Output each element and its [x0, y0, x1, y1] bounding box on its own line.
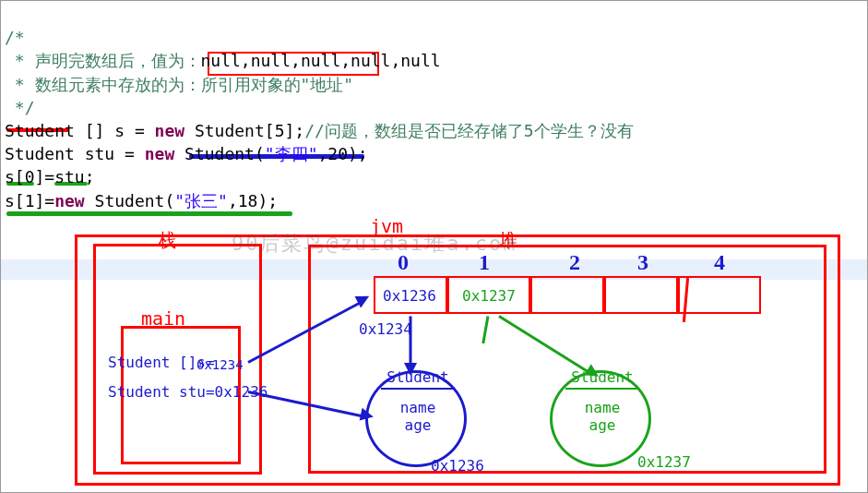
- stack-var-s-addr: 0x1234: [196, 357, 244, 372]
- array-cell-2: [530, 276, 604, 314]
- array-address: 0x1234: [359, 320, 412, 338]
- code-type: Student: [5, 144, 75, 163]
- code-text: ];: [284, 121, 304, 140]
- watermark: 90后菜鸟@zuidai堆a.com: [232, 230, 517, 258]
- code-str: "张三": [174, 191, 228, 210]
- stack-label: 栈: [158, 228, 176, 253]
- array-cell-4: [678, 276, 761, 314]
- code-text: ,18);: [228, 191, 278, 210]
- array-val-0: 0x1236: [383, 287, 436, 305]
- array-cell-3: [604, 276, 678, 314]
- code-num: 5: [275, 121, 285, 140]
- student1-addr: 0x1236: [431, 457, 484, 475]
- code-text: ,20);: [317, 144, 367, 163]
- array-val-1: 0x1237: [462, 287, 516, 305]
- main-label: main: [141, 307, 185, 330]
- code-kw: new: [54, 191, 85, 210]
- student1-type: Student: [381, 368, 455, 390]
- code-kw: new: [155, 121, 185, 140]
- code-text: Student(: [85, 191, 175, 210]
- code-text: null,null,null,null,null: [201, 51, 441, 70]
- code-text: s[1]=: [5, 191, 54, 210]
- code-comment: //问题，数组是否已经存储了5个学生？没有: [304, 121, 634, 140]
- code-text: 所引用对象的"地址": [201, 75, 354, 94]
- student1-label: Student name age: [381, 368, 455, 435]
- code-text: =: [125, 144, 145, 163]
- student2-addr: 0x1237: [637, 453, 691, 471]
- student2-label: Student name age: [565, 368, 639, 435]
- code-kw: new: [145, 144, 175, 163]
- code-var: s: [114, 121, 125, 140]
- code-str: "李四": [265, 144, 318, 163]
- student1-name: name: [381, 399, 455, 416]
- code-var: stu: [75, 144, 125, 163]
- array-index-4: 4: [714, 250, 725, 275]
- code-text: Student(: [174, 144, 265, 163]
- array-index-3: 3: [637, 250, 648, 275]
- code-text: =: [125, 121, 155, 140]
- code-line: */: [5, 98, 35, 117]
- code-line: * 声明完数组后，值为：: [5, 51, 201, 70]
- code-text: Student[: [184, 121, 275, 140]
- code-line: /*: [5, 28, 25, 47]
- student1-age: age: [381, 416, 455, 434]
- code-line: * 数组元素中存放的为：: [5, 75, 201, 94]
- student2-type: Student: [565, 368, 639, 390]
- code-type: Student: [5, 121, 75, 140]
- stack-var-stu: Student stu=0x1236: [108, 383, 268, 401]
- code-block: /* * 声明完数组后，值为：null,null,null,null,null …: [1, 1, 867, 214]
- code-text: []: [75, 121, 114, 140]
- array-index-2: 2: [569, 250, 580, 275]
- code-line: s[0]=stu;: [5, 167, 95, 186]
- arrow-stu-to-obj1-head: [360, 408, 375, 424]
- student2-age: age: [565, 416, 639, 434]
- student2-name: name: [565, 399, 639, 416]
